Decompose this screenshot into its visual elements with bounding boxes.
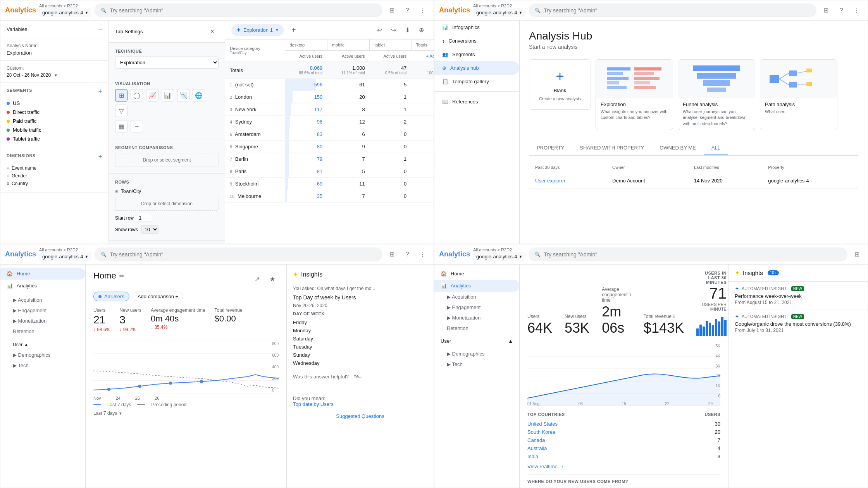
segment-paid[interactable]: Paid traffic [7,117,102,125]
segment-mobile[interactable]: Mobile traffic [7,125,102,134]
search-bar-q3[interactable]: 🔍 [95,247,382,261]
nav-monetization-q4[interactable]: ▶ Monetization [434,313,519,323]
tab-owned-by-me[interactable]: OWNED BY ME [652,141,704,155]
template-path[interactable]: Path analysis What user... [760,59,837,130]
viz-pie-icon[interactable]: ◯ [131,89,143,101]
segment-direct[interactable]: Direct traffic [7,108,102,117]
segment-drop-zone[interactable]: Drop or select segment [115,153,219,167]
viz-scatter-icon[interactable]: 📉 [177,89,189,101]
row-town-city[interactable]: ≡ Town/City [115,187,219,195]
info-icon-rev[interactable]: ℹ [673,314,675,319]
nav-analytics-q3[interactable]: 📊 Analytics [0,280,85,292]
property-selector-q2[interactable]: google-analytics-4 ▼ [473,8,525,17]
segment-tablet[interactable]: Tablet traffic [7,134,102,143]
suggested-questions-btn[interactable]: Suggested Questions [293,410,427,422]
exploration-tab[interactable]: ✦ Exploration 1 ▼ [231,24,284,36]
filter-all-users[interactable]: All Users [93,292,129,301]
dim-gender[interactable]: ≡ Gender [7,172,102,180]
redo-icon[interactable]: ↪ [387,24,400,36]
nav-infographics[interactable]: 📊 Infographics [434,21,519,34]
viz-table-icon[interactable]: ⊞ [115,89,127,101]
nav-monetization[interactable]: ▶ Monetization [0,316,85,326]
nav-retention[interactable]: Retention [0,326,85,337]
help-icon-q3[interactable]: ? [401,248,413,261]
template-funnel[interactable]: Funnel analysis What user journeys can y… [678,59,755,130]
search-input-q1[interactable] [110,7,376,14]
hub-table-row[interactable]: User explorer Demo Account 14 Nov 2020 g… [529,173,858,189]
search-input-q3[interactable] [110,251,376,258]
more-icon-q2[interactable]: ⋮ [851,4,863,17]
more-icon[interactable]: ⋮ [417,4,429,17]
nav-segments[interactable]: 👥 Segments [434,48,519,61]
nav-engagement[interactable]: ▶ Engagement [0,305,85,316]
tab-shared-with-property[interactable]: SHARED WITH PROPERTY [572,141,652,155]
search-input-q2[interactable] [544,7,810,14]
tab-settings-close-btn[interactable]: × [206,25,219,38]
download-icon[interactable]: ⬇ [401,24,413,36]
nav-analysis-hub[interactable]: ⊕ Analysis hub [434,61,519,75]
nav-acquisition[interactable]: ▶ Acquisition [0,295,85,305]
viz-bar-icon[interactable]: 📊 [162,89,174,101]
nav-tech[interactable]: ▶ Tech [0,360,85,371]
nav-template-gallery[interactable]: 📋 Template gallery [434,75,519,88]
template-exploration[interactable]: Exploration What insights can you uncove… [596,59,673,130]
search-bar-q4[interactable]: 🔍 [529,247,847,261]
yes-btn[interactable]: Ye... [352,370,364,383]
add-segment-btn[interactable]: + [98,88,102,96]
view-realtime-link[interactable]: View realtime → [527,464,720,469]
share-icon[interactable]: ⊕ [415,24,427,36]
help-icon[interactable]: ? [401,4,413,17]
add-tab-btn[interactable]: + [288,24,299,35]
variables-close-btn[interactable]: − [98,25,102,33]
search-bar-q2[interactable]: 🔍 [529,3,816,17]
grid-icon[interactable]: ⊞ [386,4,398,17]
nav-conversions[interactable]: ↕ Conversions [434,34,519,48]
start-row-input[interactable] [137,214,152,222]
dimension-drop-zone[interactable]: Drop or select dimension [115,197,219,211]
segment-us[interactable]: US [7,99,102,108]
viz-treemap-icon[interactable]: ▦ [115,120,127,132]
th-plus-active-users[interactable]: + Active users [411,51,434,62]
nav-demographics-q4[interactable]: ▶ Demographics [434,349,519,359]
grid-icon-q2[interactable]: ⊞ [820,4,832,17]
share-home-icon[interactable]: ↗ [251,273,263,285]
bookmark-icon[interactable]: ★ [266,273,279,285]
add-dimension-btn[interactable]: + [98,153,102,161]
top-date-link[interactable]: Top date by Users [293,401,334,407]
help-icon-q2[interactable]: ? [835,4,847,17]
blank-card[interactable]: + Blank Create a new analysis [529,59,591,110]
info-icon-eng[interactable]: ℹ [629,292,631,297]
search-bar-q1[interactable]: 🔍 [95,3,382,17]
date-range-selector[interactable]: Last 7 days ▼ [93,411,279,416]
nav-retention-q4[interactable]: Retention [434,323,519,333]
viz-line-icon[interactable]: 📈 [146,89,158,101]
viz-globe-icon[interactable]: 🌐 [193,89,205,101]
show-rows-select[interactable]: 102550 [141,225,158,234]
property-selector-q3[interactable]: google-analytics-4 ▼ [39,252,91,261]
nav-acquisition-q4[interactable]: ▶ Acquisition [434,292,519,302]
grid-icon-q4[interactable]: ⊞ [851,248,863,261]
nav-analytics-q4[interactable]: 📊 Analytics [434,280,519,292]
property-selector-q1[interactable]: google-analytics-4 ▼ [39,8,91,17]
more-icon-q3[interactable]: ⋮ [417,248,429,261]
nav-engagement-q4[interactable]: ▶ Engagement [434,302,519,313]
nav-home[interactable]: 🏠 Home [0,268,85,280]
nav-demographics[interactable]: ▶ Demographics [0,350,85,360]
nav-home-q4[interactable]: 🏠 Home [434,268,519,280]
nav-tech-q4[interactable]: ▶ Tech [434,359,519,369]
filter-add-comparison[interactable]: Add comparison + [133,292,183,301]
tab-property[interactable]: PROPERTY [529,141,572,155]
chevron-down-medium[interactable]: ▼ [716,487,720,488]
search-input-q4[interactable] [544,251,841,258]
edit-icon[interactable]: ✏ [119,272,124,280]
undo-icon[interactable]: ↩ [373,24,386,36]
viz-path-icon[interactable]: → [131,120,143,132]
nav-references[interactable]: 📖 References [434,95,519,108]
property-selector-q4[interactable]: google-analytics-4 ▼ [473,252,525,261]
dim-country[interactable]: ≡ Country [7,180,102,187]
technique-select[interactable]: Exploration [115,57,219,69]
viz-funnel-icon[interactable]: ▽ [115,105,127,117]
tab-all[interactable]: ALL [704,141,728,155]
dim-event-name[interactable]: ≡ Event name [7,164,102,172]
grid-icon-q3[interactable]: ⊞ [386,248,398,261]
